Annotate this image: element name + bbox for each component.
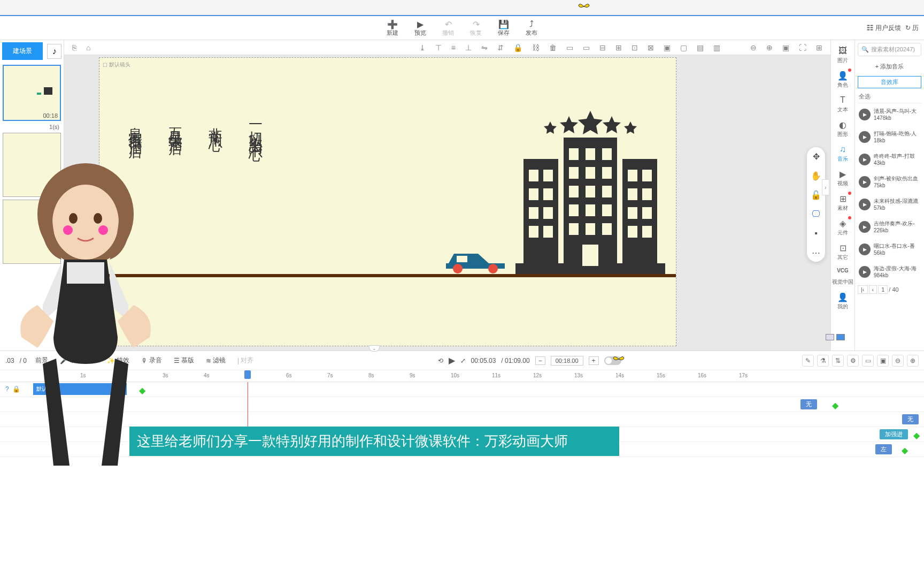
tl-zoom-out[interactable]: − [535, 356, 545, 365]
tab-role[interactable]: 👤角色 [831, 67, 854, 92]
lock-icon[interactable]: 🔒 [511, 42, 525, 53]
tl-view1-icon[interactable]: ▭ [862, 355, 874, 367]
tl-add-icon[interactable]: ⊕ [907, 355, 919, 367]
page-prev[interactable]: ‹ [869, 285, 877, 294]
grid-icon[interactable]: ⊞ [813, 42, 825, 53]
redo-button[interactable]: ↷恢复 [470, 19, 482, 37]
more-tool-icon[interactable]: ⋯ [810, 246, 822, 259]
sound-item[interactable]: ▶打嗝-饱嗝-吃饱-人18kb [858, 126, 921, 148]
text-care[interactable]: 非常用心 [206, 117, 225, 139]
tl-filter[interactable]: ≋ 滤镜 [203, 354, 229, 367]
play-icon[interactable]: ▶ [859, 244, 871, 255]
tab-widget[interactable]: ◈元件 [831, 215, 854, 240]
group-icon[interactable]: ⊡ [629, 42, 641, 53]
text-center[interactable]: 一切以您为中心 [247, 117, 265, 139]
keyframe-3[interactable]: ◆ [913, 430, 920, 440]
tl-expand-icon[interactable]: ⤢ [460, 357, 466, 364]
tl-template[interactable]: ☰ 慕版 [171, 354, 197, 367]
sound-item[interactable]: ▶咚咚咚-鼓声-打鼓43kb [858, 148, 921, 171]
tl-remove-icon[interactable]: ⊖ [892, 355, 904, 367]
sound-item[interactable]: ▶未来科技感-湿漉漉57kb [858, 193, 921, 216]
align-bottom-icon[interactable]: ⊥ [463, 42, 474, 53]
add-music-button[interactable]: + 添加音乐 [858, 59, 921, 74]
car[interactable] [441, 247, 510, 274]
hotel-building[interactable] [515, 108, 665, 274]
layer2-icon[interactable]: ▭ [580, 42, 592, 53]
play-icon[interactable]: ▶ [859, 221, 871, 233]
tl-play-icon[interactable]: ▶ [449, 355, 455, 366]
sound-item[interactable]: ▶剑声-被剑砍伤出血75kb [858, 171, 921, 193]
ungroup-icon[interactable]: ⊠ [645, 42, 657, 53]
play-icon[interactable]: ▶ [859, 109, 871, 120]
tl-align[interactable]: | 对齐 [234, 354, 257, 367]
keyframe-4[interactable]: ◆ [902, 445, 908, 455]
sound-library-tab[interactable]: 音效库 [858, 76, 921, 88]
hand-tool-icon[interactable]: ✋ [810, 169, 822, 182]
canvas[interactable]: ☐ 默认镜头 皇家假日酒店 五星级酒店 非常用心 一切以您为中心 [99, 57, 676, 346]
road-line[interactable] [99, 274, 676, 277]
tl-zoom-in[interactable]: + [589, 356, 599, 365]
play-icon[interactable]: ▶ [859, 154, 871, 165]
back-icon[interactable]: ▢ [677, 42, 690, 53]
play-icon[interactable]: ▶ [859, 266, 871, 278]
tab-other[interactable]: ⊡其它 [831, 240, 854, 264]
new-button[interactable]: ➕新建 [387, 19, 398, 37]
play-icon[interactable]: ▶ [859, 199, 871, 210]
expand-canvas-icon[interactable]: ⌄ [369, 345, 380, 352]
fit-icon[interactable]: ⛶ [796, 42, 809, 53]
tab-shape[interactable]: ◐图形 [831, 117, 854, 141]
forward-icon[interactable]: ▤ [694, 42, 706, 53]
new-scene-button[interactable]: 建场景 [2, 42, 43, 60]
tl-view2-icon[interactable]: ▣ [877, 355, 889, 367]
align-middle-icon[interactable]: ≡ [449, 42, 458, 53]
preview-button[interactable]: ▶预览 [414, 19, 426, 37]
tab-image[interactable]: 🖼图片 [831, 43, 854, 67]
undo-button[interactable]: ↶撤销 [442, 19, 454, 37]
flip-v-icon[interactable]: ⇵ [495, 42, 506, 53]
tab-mine[interactable]: 👤我的 [831, 289, 854, 314]
tl-edit-icon[interactable]: ✎ [802, 355, 814, 367]
backward-icon[interactable]: ▥ [711, 42, 723, 53]
move-tool-icon[interactable]: ✥ [810, 150, 822, 163]
tl-sort-icon[interactable]: ⇅ [832, 355, 844, 367]
publish-button[interactable]: ⤴发布 [526, 19, 537, 37]
keyframe-2[interactable]: ◆ [832, 400, 838, 410]
sound-item[interactable]: ▶咽口水-吞口水-番56kb [858, 238, 921, 261]
tab-text[interactable]: T文本 [831, 92, 854, 117]
tab-material[interactable]: ⊞素材 [831, 191, 854, 215]
pointer-icon[interactable]: ▣ [780, 42, 792, 53]
tag-left[interactable]: 左 [875, 444, 892, 454]
sound-item[interactable]: ▶吉他伴奏声-欢乐-226kb [858, 216, 921, 238]
play-icon[interactable]: ▶ [859, 176, 871, 188]
play-icon[interactable]: ▶ [859, 131, 871, 143]
display-tool-icon[interactable]: 🖵 [810, 208, 822, 220]
text-five-star[interactable]: 五星级酒店 [166, 117, 185, 139]
tag-none-2[interactable]: 无 [902, 414, 919, 424]
align-top-icon[interactable]: ⊤ [433, 42, 444, 53]
save-button[interactable]: 💾保存 [498, 19, 510, 37]
home-icon[interactable]: ⌂ [83, 42, 93, 53]
scene-thumbnail-1[interactable]: 00:18 [3, 65, 61, 121]
select-all-label[interactable]: 全选 [858, 90, 921, 103]
link-icon[interactable]: ⛓ [529, 42, 542, 53]
tab-video[interactable]: ▶视频 [831, 166, 854, 191]
asset-search-input[interactable]: 🔍 搜索素材(20247) [858, 43, 921, 56]
page-current[interactable]: 1 [878, 285, 888, 294]
tab-music[interactable]: ♫音乐 [831, 141, 854, 166]
text-hotel-name[interactable]: 皇家假日酒店 [126, 117, 145, 139]
tl-duration-input[interactable]: 00:18.00 [551, 356, 583, 366]
distribute-h-icon[interactable]: ⊟ [597, 42, 609, 53]
view-mode-2[interactable] [836, 334, 845, 340]
page-first[interactable]: |‹ [858, 285, 868, 294]
tl-prev-icon[interactable]: ⟲ [438, 357, 443, 364]
front-icon[interactable]: ▣ [661, 42, 673, 53]
view-mode-1[interactable] [826, 334, 834, 340]
zoom-out-icon[interactable]: ⊖ [748, 42, 759, 53]
flip-h-icon[interactable]: ⇋ [479, 42, 490, 53]
tag-enhance[interactable]: 加强进 [880, 429, 908, 439]
tag-none[interactable]: 无 [800, 399, 817, 409]
tl-filter-icon[interactable]: ⚗ [817, 355, 829, 367]
collapse-right-icon[interactable]: › [822, 179, 829, 195]
scene-music-button[interactable]: ♪ [47, 44, 61, 59]
sound-item[interactable]: ▶清晨-风声-鸟叫-大1478kb [858, 103, 921, 126]
